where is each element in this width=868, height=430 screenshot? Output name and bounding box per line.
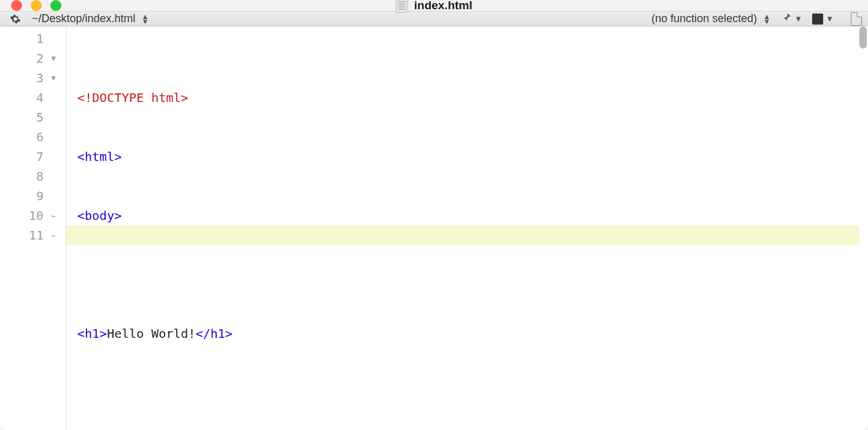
code-token: Hello World! (107, 324, 196, 343)
file-path-text: ~/Desktop/index.html (32, 12, 136, 25)
line-number: 6 (25, 127, 44, 147)
fold-marker[interactable]: ⌙ (47, 225, 60, 245)
chevron-down-icon[interactable]: ▼ (794, 14, 802, 23)
document-icon (395, 0, 408, 13)
line-number: 3 (25, 68, 44, 88)
chevron-down-icon[interactable]: ▼ (826, 14, 834, 23)
window-controls (11, 0, 61, 11)
line-number: 2 (25, 49, 44, 68)
line-number: 9 (25, 186, 44, 206)
line-gutter: 1 2▼ 3▼ 4 5 6 7 8 9 10⌙ 11⌙ (0, 26, 66, 430)
code-token: <h1> (77, 324, 107, 343)
marker-icon[interactable] (812, 14, 823, 25)
fold-marker[interactable]: ▼ (47, 68, 60, 88)
line-number: 4 (25, 88, 44, 108)
fold-marker[interactable]: ▼ (47, 49, 60, 68)
minimize-button[interactable] (31, 0, 42, 11)
fold-marker[interactable]: ⌙ (47, 206, 60, 225)
code-token: </h1> (196, 324, 233, 343)
pin-icon[interactable] (781, 12, 792, 26)
current-line-highlight (66, 225, 859, 245)
line-number: 8 (25, 166, 44, 186)
zoom-button[interactable] (50, 0, 61, 11)
updown-icon: ▲▼ (142, 14, 149, 24)
title-text: index.html (414, 0, 472, 12)
updown-icon: ▲▼ (763, 14, 770, 24)
navigation-toolbar: ~/Desktop/index.html ▲▼ (no function sel… (0, 12, 868, 26)
line-number: 10 (25, 206, 44, 225)
new-document-icon[interactable] (851, 12, 862, 26)
code-token: <body> (77, 206, 122, 225)
scrollbar-thumb[interactable] (859, 26, 867, 49)
line-number: 5 (25, 108, 44, 127)
function-selector[interactable]: (no function selected) ▲▼ (651, 12, 770, 25)
line-number: 1 (25, 29, 44, 49)
document-title: index.html (395, 0, 472, 13)
code-editor[interactable]: 1 2▼ 3▼ 4 5 6 7 8 9 10⌙ 11⌙ <!DOCTYPE ht… (0, 26, 868, 430)
code-token: <!DOCTYPE html> (77, 88, 188, 108)
line-number: 7 (25, 147, 44, 166)
line-number: 11 (25, 225, 44, 245)
code-token: <html> (77, 147, 122, 166)
close-button[interactable] (11, 0, 22, 11)
gear-icon[interactable] (10, 14, 21, 25)
code-content[interactable]: <!DOCTYPE html> <html> <body> <h1>Hello … (66, 26, 868, 430)
file-path-selector[interactable]: ~/Desktop/index.html ▲▼ (32, 12, 148, 25)
window-titlebar: index.html (0, 0, 868, 12)
function-selector-label: (no function selected) (651, 12, 757, 25)
vertical-scrollbar[interactable] (858, 26, 868, 430)
